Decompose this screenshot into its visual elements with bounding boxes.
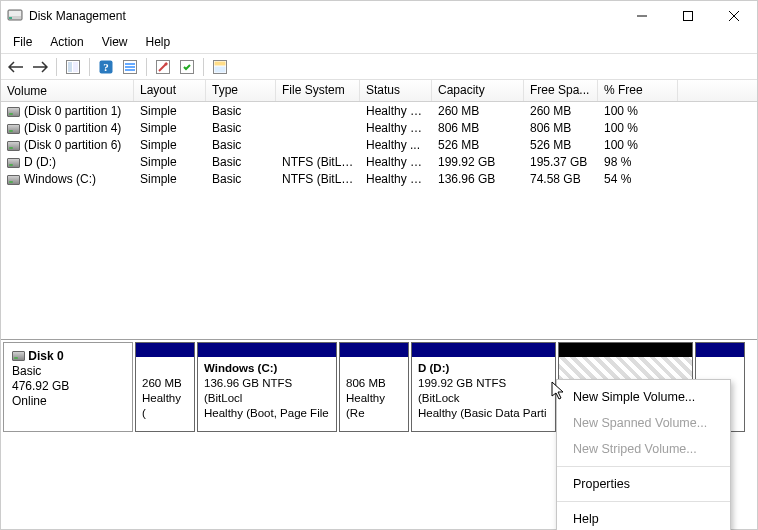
ctx-new-simple-volume[interactable]: New Simple Volume... (557, 384, 730, 410)
partition-block[interactable]: Windows (C:) 136.96 GB NTFS (BitLocl Hea… (197, 342, 337, 432)
close-button[interactable] (711, 1, 757, 31)
menubar: File Action View Help (1, 31, 757, 53)
svg-text:?: ? (103, 61, 109, 73)
volume-pct: 98 % (598, 155, 678, 169)
toolbar-separator (146, 58, 147, 76)
partition-block[interactable]: D (D:) 199.92 GB NTFS (BitLock Healthy (… (411, 342, 556, 432)
disk-icon (12, 351, 25, 361)
svg-rect-6 (73, 62, 78, 72)
disk-management-window: Disk Management File Action View Help (0, 0, 758, 530)
volume-layout: Simple (134, 121, 206, 135)
volume-layout: Simple (134, 138, 206, 152)
volume-fs: NTFS (BitLo... (276, 155, 360, 169)
col-percent-free[interactable]: % Free (598, 80, 678, 101)
context-menu-separator (557, 501, 730, 502)
disk-size: 476.92 GB (12, 379, 124, 394)
volume-free: 74.58 GB (524, 172, 598, 186)
partition-header-bar (412, 343, 555, 357)
col-volume[interactable]: Volume (1, 80, 134, 101)
svg-rect-2 (9, 11, 21, 16)
volume-row[interactable]: (Disk 0 partition 1) Simple Basic Health… (1, 102, 757, 119)
menu-file[interactable]: File (5, 33, 40, 51)
svg-rect-1 (9, 17, 12, 19)
toolbar-separator (56, 58, 57, 76)
ctx-new-spanned-volume: New Spanned Volume... (557, 410, 730, 436)
toolbar: ? (1, 53, 757, 80)
volume-name: D (D:) (24, 155, 56, 169)
volume-row[interactable]: D (D:) Simple Basic NTFS (BitLo... Healt… (1, 153, 757, 170)
col-layout[interactable]: Layout (134, 80, 206, 101)
volume-name: (Disk 0 partition 6) (24, 138, 121, 152)
volume-layout: Simple (134, 155, 206, 169)
titlebar: Disk Management (1, 1, 757, 31)
back-button[interactable] (5, 56, 27, 78)
volume-row[interactable]: (Disk 0 partition 4) Simple Basic Health… (1, 119, 757, 136)
window-title: Disk Management (29, 9, 126, 23)
volume-row[interactable]: Windows (C:) Simple Basic NTFS (BitLo...… (1, 170, 757, 187)
volume-capacity: 136.96 GB (432, 172, 524, 186)
volume-capacity: 806 MB (432, 121, 524, 135)
volume-row[interactable]: (Disk 0 partition 6) Simple Basic Health… (1, 136, 757, 153)
volumes-header: Volume Layout Type File System Status Ca… (1, 80, 757, 102)
help-button[interactable]: ? (95, 56, 117, 78)
volume-free: 526 MB (524, 138, 598, 152)
partition-header-bar (340, 343, 408, 357)
svg-point-14 (165, 62, 168, 65)
col-capacity[interactable]: Capacity (432, 80, 524, 101)
col-free-space[interactable]: Free Spa... (524, 80, 598, 101)
drive-icon (7, 107, 20, 117)
col-type[interactable]: Type (206, 80, 276, 101)
context-menu-separator (557, 466, 730, 467)
toolbar-separator (203, 58, 204, 76)
volume-status: Healthy (B... (360, 155, 432, 169)
partition-size: 136.96 GB NTFS (BitLocl (204, 376, 330, 406)
partition-block[interactable]: 806 MB Healthy (Re (339, 342, 409, 432)
action-button[interactable] (176, 56, 198, 78)
volume-type: Basic (206, 172, 276, 186)
drive-icon (7, 141, 20, 151)
volume-pct: 100 % (598, 121, 678, 135)
ctx-help[interactable]: Help (557, 506, 730, 530)
volume-pct: 100 % (598, 138, 678, 152)
forward-button[interactable] (29, 56, 51, 78)
svg-rect-12 (125, 69, 135, 71)
volume-capacity: 260 MB (432, 104, 524, 118)
svg-rect-18 (215, 66, 226, 72)
volume-type: Basic (206, 104, 276, 118)
volume-pct: 54 % (598, 172, 678, 186)
partition-header-bar (559, 343, 692, 357)
menu-action[interactable]: Action (42, 33, 91, 51)
maximize-button[interactable] (665, 1, 711, 31)
drive-icon (7, 175, 20, 185)
settings-button[interactable] (152, 56, 174, 78)
show-hide-tree-button[interactable] (62, 56, 84, 78)
disk-type: Basic (12, 364, 124, 379)
svg-rect-11 (125, 66, 135, 68)
menu-help[interactable]: Help (138, 33, 179, 51)
ctx-properties[interactable]: Properties (557, 471, 730, 497)
volumes-list[interactable]: (Disk 0 partition 1) Simple Basic Health… (1, 102, 757, 339)
volume-status: Healthy (R... (360, 121, 432, 135)
svg-rect-17 (215, 61, 226, 65)
col-file-system[interactable]: File System (276, 80, 360, 101)
partition-size: 260 MB (142, 376, 188, 391)
minimize-button[interactable] (619, 1, 665, 31)
partition-size: 199.92 GB NTFS (BitLock (418, 376, 549, 406)
col-spacer (678, 80, 757, 101)
partition-header-bar (136, 343, 194, 357)
partition-header-bar (696, 343, 744, 357)
drive-icon (7, 124, 20, 134)
volume-free: 260 MB (524, 104, 598, 118)
volume-capacity: 199.92 GB (432, 155, 524, 169)
volume-status: Healthy ... (360, 138, 432, 152)
menu-view[interactable]: View (94, 33, 136, 51)
col-status[interactable]: Status (360, 80, 432, 101)
refresh-button[interactable] (119, 56, 141, 78)
volume-name: (Disk 0 partition 1) (24, 104, 121, 118)
volume-type: Basic (206, 155, 276, 169)
list-view-button[interactable] (209, 56, 231, 78)
partition-status: Healthy (Re (346, 391, 402, 421)
svg-rect-5 (68, 62, 72, 72)
disk-info-block[interactable]: Disk 0 Basic 476.92 GB Online (3, 342, 133, 432)
partition-block[interactable]: 260 MB Healthy ( (135, 342, 195, 432)
